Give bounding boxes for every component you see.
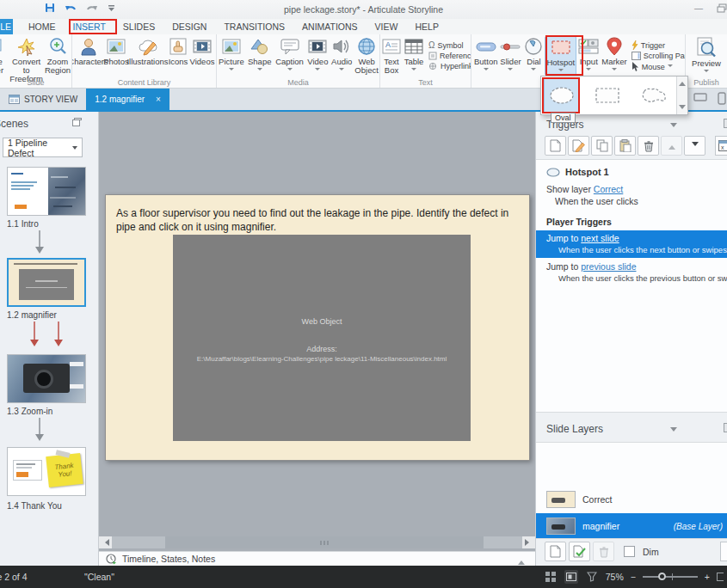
shape-button[interactable]: Shape bbox=[246, 36, 274, 74]
fit-slide-cut-icon[interactable] bbox=[717, 570, 724, 584]
convert-to-freeform-button[interactable]: Convert to Freeform bbox=[9, 36, 44, 84]
tab-help[interactable]: HELP bbox=[406, 19, 447, 34]
manage-variables-button[interactable]: x bbox=[715, 136, 727, 156]
tab-story-view[interactable]: STORY VIEW bbox=[0, 89, 86, 110]
slide-thumbnail-1-2[interactable] bbox=[7, 258, 86, 307]
new-trigger-button[interactable] bbox=[545, 136, 566, 156]
scroll-left-button[interactable] bbox=[99, 536, 112, 548]
dim-label: Dim bbox=[643, 547, 659, 557]
next-slide-link[interactable]: next slide bbox=[581, 233, 619, 243]
phone-preview-icon[interactable] bbox=[718, 92, 726, 105]
text-box-icon: A bbox=[381, 37, 402, 56]
caption-button[interactable]: Caption bbox=[274, 36, 306, 74]
videos-button[interactable]: Videos bbox=[189, 36, 215, 67]
paste-trigger-button[interactable] bbox=[614, 136, 636, 156]
characters-button[interactable]: Characters bbox=[72, 36, 104, 67]
text-box-button[interactable]: A Text Box bbox=[380, 36, 403, 76]
layer-row-correct[interactable]: Correct bbox=[536, 487, 727, 511]
scene-selector[interactable]: 1 Pipeline Defect bbox=[3, 138, 83, 157]
tab-file[interactable]: FILE bbox=[0, 19, 13, 34]
icons-button[interactable]: Icons bbox=[167, 36, 189, 67]
copy-trigger-button[interactable] bbox=[591, 136, 613, 156]
hotspot-oval-option[interactable] bbox=[545, 79, 579, 112]
tab-design[interactable]: DESIGN bbox=[163, 19, 215, 34]
audio-button[interactable]: Audio bbox=[330, 36, 354, 74]
scroll-up-icon[interactable] bbox=[679, 78, 686, 86]
hotspot-button[interactable]: Hotspot bbox=[545, 36, 576, 76]
trigger-show-layer[interactable]: Show layer Correct bbox=[546, 184, 727, 194]
table-button[interactable]: Table bbox=[403, 36, 425, 74]
trigger-jump-previous[interactable]: Jump to previous slide When the user cli… bbox=[536, 258, 727, 285]
close-tab-icon[interactable]: × bbox=[156, 95, 161, 104]
layers-toolbar-cut-button[interactable] bbox=[720, 542, 727, 561]
video-button[interactable]: Video bbox=[305, 36, 330, 74]
collapse-panel-icon[interactable] bbox=[72, 118, 82, 126]
panel-pin-icon[interactable] bbox=[724, 423, 727, 432]
hyperlink-button[interactable]: Hyperlink bbox=[428, 62, 471, 70]
button-button[interactable]: Button bbox=[473, 36, 498, 74]
triggers-menu-caret-icon[interactable] bbox=[670, 123, 677, 131]
marker-button[interactable]: Marker bbox=[601, 36, 628, 74]
input-button[interactable]: Input bbox=[576, 36, 601, 74]
scroll-right-button[interactable] bbox=[522, 536, 535, 548]
web-object-button[interactable]: Web Object bbox=[354, 36, 379, 76]
zoom-slider-handle[interactable] bbox=[658, 573, 666, 580]
slide-thumbnail-1-1[interactable] bbox=[7, 167, 86, 216]
scroll-down-icon[interactable] bbox=[679, 105, 686, 113]
tab-home[interactable]: HOME bbox=[20, 19, 65, 34]
tab-transitions[interactable]: TRANSITIONS bbox=[215, 19, 293, 34]
minimize-button[interactable]: — bbox=[694, 3, 703, 13]
dim-checkbox[interactable] bbox=[624, 546, 635, 557]
restore-button[interactable] bbox=[717, 3, 727, 13]
slider-button[interactable]: Slider bbox=[498, 36, 522, 74]
photos-button[interactable]: Photos bbox=[104, 36, 128, 67]
trigger-button[interactable]: Trigger bbox=[632, 40, 686, 50]
previous-slide-link[interactable]: previous slide bbox=[581, 261, 636, 272]
dropdown-scrollbar[interactable] bbox=[676, 77, 687, 114]
tab-animations[interactable]: ANIMATIONS bbox=[293, 19, 367, 34]
reference-button[interactable]: Reference bbox=[428, 52, 471, 60]
web-object-placeholder[interactable]: Web Object Address: E:\Muzaffar\blogs\El… bbox=[173, 235, 471, 441]
new-layer-button[interactable] bbox=[545, 542, 566, 561]
delete-trigger-button[interactable] bbox=[638, 136, 659, 156]
zoom-out-button[interactable]: − bbox=[631, 572, 636, 582]
dial-button[interactable]: Dial bbox=[522, 36, 545, 74]
zoom-region-button[interactable]: Zoom Region bbox=[44, 36, 71, 76]
show-layer-link[interactable]: Correct bbox=[594, 184, 623, 194]
tab-view[interactable]: VIEW bbox=[367, 19, 407, 34]
zoom-slider[interactable] bbox=[643, 576, 698, 578]
move-trigger-up-button[interactable] bbox=[661, 136, 682, 156]
trigger-jump-next[interactable]: Jump to next slide When the user clicks … bbox=[536, 230, 727, 258]
edit-layer-button[interactable] bbox=[569, 542, 590, 561]
slide-thumbnail-1-4[interactable]: Thank You! bbox=[7, 447, 86, 496]
illustrations-button[interactable]: Illustrations bbox=[128, 36, 167, 67]
move-trigger-down-button[interactable] bbox=[684, 136, 705, 156]
horizontal-scrollbar[interactable] bbox=[99, 536, 535, 548]
slide-thumbnail-1-3[interactable] bbox=[7, 354, 86, 403]
timeline-states-notes-bar[interactable]: Timeline, States, Notes bbox=[99, 551, 535, 566]
tab-slide-magnifier[interactable]: 1.2 magnifier × bbox=[86, 89, 169, 110]
picture-button[interactable]: Picture bbox=[217, 36, 246, 74]
tab-insert[interactable]: INSERT bbox=[65, 19, 114, 34]
slide-stage[interactable]: As a floor supervisor you need to find o… bbox=[105, 194, 530, 461]
layer-row-magnifier[interactable]: magnifier (Base Layer) bbox=[536, 513, 727, 539]
scrolling-panel-button[interactable]: Scrolling Panel bbox=[632, 52, 686, 60]
symbol-button[interactable]: ΩSymbol bbox=[428, 40, 471, 50]
layers-menu-caret-icon[interactable] bbox=[670, 427, 677, 435]
story-view-toggle-icon[interactable] bbox=[544, 570, 558, 584]
hotspot-freeform-option[interactable] bbox=[636, 79, 670, 112]
delete-layer-button[interactable] bbox=[593, 542, 614, 561]
preview-button[interactable]: Preview bbox=[691, 36, 722, 76]
edit-trigger-button[interactable] bbox=[568, 136, 589, 156]
desktop-preview-icon[interactable] bbox=[693, 92, 707, 105]
expand-timeline-icon[interactable] bbox=[518, 557, 525, 565]
zoom-in-button[interactable]: + bbox=[705, 572, 710, 582]
slide-view-toggle-icon[interactable] bbox=[564, 570, 578, 584]
panel-pin-icon[interactable] bbox=[724, 119, 727, 128]
fit-to-window-icon[interactable] bbox=[585, 570, 599, 584]
horizontal-scroll-thumb[interactable] bbox=[165, 536, 484, 548]
new-slide-layer-button[interactable]: Slide Layer bbox=[0, 36, 9, 76]
mouse-button[interactable]: Mouse bbox=[632, 62, 686, 71]
tab-slides[interactable]: SLIDES bbox=[114, 19, 163, 34]
hotspot-rectangle-option[interactable] bbox=[590, 79, 625, 112]
